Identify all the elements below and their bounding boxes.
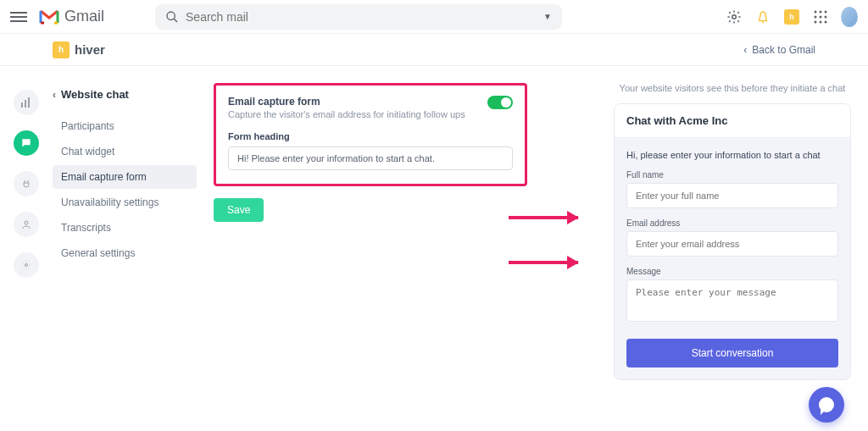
svg-point-16 <box>25 221 28 224</box>
nav-transcripts[interactable]: Transcripts <box>53 216 197 240</box>
preview-message-label: Message <box>626 267 838 276</box>
chat-fab-button[interactable] <box>809 387 844 423</box>
search-options-caret-icon[interactable]: ▼ <box>543 12 552 21</box>
hiver-badge-icon[interactable]: h <box>783 8 800 25</box>
bell-icon[interactable] <box>754 8 771 25</box>
gmail-m-icon <box>39 9 59 25</box>
preview-message-input[interactable] <box>626 279 838 322</box>
svg-point-0 <box>167 12 175 19</box>
nav-general-settings[interactable]: General settings <box>53 241 197 265</box>
chat-bubble-icon <box>819 397 834 412</box>
menu-icon[interactable] <box>10 8 27 25</box>
sidebar-title[interactable]: ‹ Website chat <box>53 88 197 101</box>
chevron-left-icon: ‹ <box>743 44 747 56</box>
back-to-gmail-link[interactable]: ‹ Back to Gmail <box>743 44 815 56</box>
svg-point-5 <box>820 10 822 13</box>
icon-rail <box>0 83 53 380</box>
search-bar[interactable]: ▼ <box>155 4 562 30</box>
preview-intro: Hi, please enter your information to sta… <box>626 150 838 160</box>
rail-user-icon[interactable] <box>14 212 39 237</box>
svg-point-6 <box>825 10 827 13</box>
nav-chat-widget[interactable]: Chat widget <box>53 140 197 163</box>
svg-point-9 <box>825 15 827 18</box>
gmail-label: Gmail <box>64 8 104 25</box>
nav-email-capture[interactable]: Email capture form <box>53 165 197 189</box>
svg-point-8 <box>820 15 822 18</box>
gmail-header-right: h <box>726 8 858 25</box>
content: Email capture form Capture the visitor's… <box>197 83 614 380</box>
search-input[interactable] <box>186 10 543 24</box>
rail-settings-icon[interactable] <box>14 252 39 278</box>
annotation-arrow <box>509 261 578 264</box>
email-capture-section: Email capture form Capture the visitor's… <box>214 83 527 186</box>
svg-point-3 <box>762 20 764 22</box>
form-heading-input[interactable] <box>228 146 513 170</box>
gmail-logo[interactable]: Gmail <box>39 8 104 25</box>
rail-chat-icon[interactable] <box>14 130 39 156</box>
svg-point-11 <box>820 20 822 23</box>
hiver-hex-icon: h <box>53 41 70 58</box>
svg-rect-14 <box>25 100 26 108</box>
rail-plug-icon[interactable] <box>14 171 39 196</box>
svg-point-2 <box>732 14 737 19</box>
sidebar-title-text: Website chat <box>61 88 129 101</box>
svg-point-18 <box>23 262 31 269</box>
annotation-arrow <box>509 216 578 219</box>
form-heading-label: Form heading <box>228 131 513 141</box>
svg-point-10 <box>815 20 817 23</box>
preview-email-label: Email address <box>626 218 838 228</box>
preview-card: Chat with Acme Inc Hi, please enter your… <box>614 103 851 380</box>
preview-hint: Your website visitors see this before th… <box>614 83 851 93</box>
preview-fullname-input[interactable] <box>626 183 838 208</box>
enable-toggle[interactable] <box>487 96 513 109</box>
preview-panel: Your website visitors see this before th… <box>614 83 851 380</box>
sidebar: ‹ Website chat Participants Chat widget … <box>53 83 197 380</box>
start-conversation-button[interactable]: Start conversation <box>626 339 838 367</box>
apps-grid-icon[interactable] <box>812 8 829 25</box>
svg-point-7 <box>815 15 817 18</box>
search-icon <box>165 10 179 24</box>
svg-point-12 <box>825 20 827 23</box>
preview-email-input[interactable] <box>626 231 838 257</box>
save-button[interactable]: Save <box>214 198 264 222</box>
rail-analytics-icon[interactable] <box>14 90 39 115</box>
section-title: Email capture form <box>228 96 465 108</box>
preview-header: Chat with Acme Inc <box>615 104 850 138</box>
gmail-header: Gmail ▼ h <box>0 0 868 34</box>
svg-point-4 <box>815 10 817 13</box>
nav-participants[interactable]: Participants <box>53 114 197 138</box>
main: ‹ Website chat Participants Chat widget … <box>0 66 868 380</box>
section-subtitle: Capture the visitor's email address for … <box>228 109 465 119</box>
nav-unavailability[interactable]: Unavailability settings <box>53 191 197 214</box>
hiver-logo[interactable]: h hiver <box>53 41 105 58</box>
gear-icon[interactable] <box>726 8 743 25</box>
svg-point-17 <box>25 264 28 267</box>
chevron-left-icon: ‹ <box>53 89 56 101</box>
svg-line-1 <box>174 19 177 22</box>
hiver-brand-text: hiver <box>75 42 105 57</box>
hiver-header: h hiver ‹ Back to Gmail <box>0 34 868 66</box>
svg-rect-13 <box>21 102 23 108</box>
preview-fullname-label: Full name <box>626 170 838 180</box>
back-link-label: Back to Gmail <box>752 44 815 56</box>
svg-rect-15 <box>28 97 30 108</box>
avatar[interactable] <box>841 8 858 25</box>
